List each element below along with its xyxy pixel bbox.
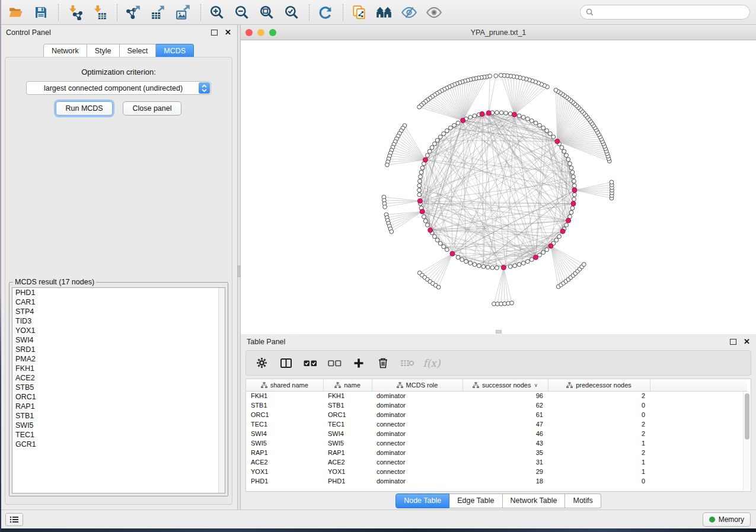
toolbar-separator — [309, 4, 310, 21]
new-network-from-selection-icon[interactable] — [349, 3, 369, 22]
list-item[interactable]: SRD1 — [12, 345, 225, 354]
control-panel: Control Panel ✕ NetworkStyleSelectMCDS O… — [0, 25, 237, 509]
mcds-panel-body: Optimization criterion: largest connecte… — [5, 57, 232, 505]
list-item[interactable]: TEC1 — [12, 430, 225, 440]
table-row[interactable]: SWI4SWI4dominator462 — [246, 429, 747, 438]
attribute-type-icon — [334, 382, 341, 388]
column-header-successor-nodes[interactable]: successor nodes∨ — [462, 379, 548, 391]
list-item[interactable]: RAP1 — [12, 402, 225, 411]
list-item[interactable]: ACE2 — [12, 373, 225, 383]
deselect-all-checkboxes-icon[interactable] — [327, 356, 342, 370]
table-row[interactable]: PHD1PHD1dominator180 — [246, 476, 747, 486]
scrollbar-thumb[interactable] — [745, 393, 749, 440]
control-panel-title: Control Panel — [6, 28, 51, 37]
save-session-icon[interactable] — [31, 3, 51, 22]
tab-edge-table[interactable]: Edge Table — [449, 493, 502, 508]
table-row[interactable]: TEC1TEC1connector472 — [246, 419, 747, 429]
tab-motifs[interactable]: Motifs — [565, 493, 601, 508]
export-network-icon[interactable] — [123, 3, 143, 22]
apply-preferred-layout-icon[interactable] — [315, 3, 336, 22]
application-window: Control Panel ✕ NetworkStyleSelectMCDS O… — [0, 0, 756, 532]
zoom-fit-content-icon[interactable] — [257, 3, 277, 22]
list-item[interactable]: TID3 — [12, 316, 225, 326]
tab-node-table[interactable]: Node Table — [395, 493, 449, 508]
close-panel-icon[interactable]: ✕ — [744, 339, 750, 345]
table-tabbar: Node TableEdge TableNetwork TableMotifs — [395, 493, 601, 508]
main-toolbar — [0, 0, 756, 25]
first-neighbors-icon[interactable] — [374, 3, 394, 22]
hide-selected-icon[interactable] — [399, 3, 419, 22]
selected-option: largest connected component (undirected) — [27, 84, 210, 92]
list-item[interactable]: FKH1 — [12, 364, 225, 373]
zoom-out-icon[interactable] — [232, 3, 252, 22]
status-bar: Memory — [0, 509, 756, 528]
list-item[interactable]: PMA2 — [12, 354, 225, 364]
table-row[interactable]: RAP1RAP1dominator352 — [246, 448, 747, 457]
export-image-icon[interactable] — [173, 3, 193, 22]
optimization-criterion-select[interactable]: largest connected component (undirected) — [26, 81, 211, 95]
close-panel-button[interactable]: Close panel — [123, 101, 181, 116]
table-row[interactable]: SWI5SWI5connector431 — [246, 438, 747, 448]
toolbar-separator — [343, 4, 343, 21]
search-icon — [586, 8, 594, 16]
list-item[interactable]: STB1 — [12, 411, 225, 421]
list-scrollbar[interactable] — [218, 288, 225, 493]
close-panel-icon[interactable]: ✕ — [225, 30, 231, 36]
export-table-icon[interactable] — [148, 3, 168, 22]
open-file-icon[interactable] — [6, 3, 26, 22]
canvas-resize-grip[interactable] — [496, 330, 502, 334]
splitter-grip[interactable] — [238, 265, 240, 277]
network-titlebar: YPA_prune.txt_1 — [241, 25, 756, 40]
memory-button[interactable]: Memory — [703, 512, 751, 527]
list-item[interactable]: YOX1 — [12, 326, 225, 335]
show-all-icon[interactable] — [424, 3, 444, 22]
run-mcds-button[interactable]: Run MCDS — [56, 101, 112, 116]
list-item[interactable]: SWI5 — [12, 421, 225, 430]
table-options-gear-icon[interactable] — [254, 356, 269, 370]
network-graph[interactable] — [241, 40, 756, 334]
toolbar-separator — [117, 4, 117, 21]
select-all-checkboxes-icon[interactable] — [303, 356, 317, 370]
add-column-icon[interactable] — [352, 356, 366, 370]
table-toolbar: f(x) — [245, 350, 751, 376]
tab-network-table[interactable]: Network Table — [503, 493, 566, 508]
column-header-name[interactable]: name — [323, 379, 372, 391]
node-table: shared namenameMCDS rolesuccessor nodes∨… — [245, 379, 751, 492]
table-row[interactable]: STB1STB1dominator620 — [246, 400, 747, 410]
list-item[interactable]: PHD1 — [12, 288, 225, 297]
table-scrollbar[interactable] — [743, 392, 750, 491]
column-header-MCDS-role[interactable]: MCDS role — [372, 379, 462, 391]
list-item[interactable]: GCR1 — [12, 440, 225, 449]
table-row[interactable]: ORC1ORC1dominator610 — [246, 410, 747, 419]
desktop-wallpaper-strip — [0, 528, 756, 532]
list-item[interactable]: STB5 — [12, 383, 225, 392]
table-panel-title: Table Panel — [247, 338, 285, 346]
zoom-in-icon[interactable] — [207, 3, 227, 22]
column-header-predecessor-nodes[interactable]: predecessor nodes — [548, 379, 650, 391]
attribute-type-icon — [566, 382, 573, 388]
function-builder-icon[interactable]: f(x) — [425, 356, 439, 370]
import-table-file-icon[interactable] — [90, 3, 110, 22]
delete-column-icon[interactable] — [376, 356, 390, 370]
column-header-shared-name[interactable]: shared name — [246, 379, 323, 391]
list-item[interactable]: CAR1 — [12, 297, 225, 307]
float-panel-icon[interactable] — [211, 30, 218, 36]
float-panel-icon[interactable] — [730, 339, 736, 345]
zoom-selected-region-icon[interactable] — [282, 3, 302, 22]
search-box[interactable] — [580, 5, 750, 20]
show-columns-icon[interactable] — [279, 356, 293, 370]
network-canvas[interactable] — [241, 40, 756, 334]
import-network-file-icon[interactable] — [65, 3, 85, 22]
table-row[interactable]: FKH1FKH1dominator962 — [246, 391, 747, 400]
network-title: YPA_prune.txt_1 — [241, 28, 756, 37]
search-input[interactable] — [597, 8, 744, 17]
list-item[interactable]: ORC1 — [12, 392, 225, 402]
mcds-result-list[interactable]: PHD1CAR1STP4TID3YOX1SWI4SRD1PMA2FKH1ACE2… — [12, 287, 225, 493]
list-item[interactable]: SWI4 — [12, 335, 225, 345]
list-icon — [9, 516, 19, 523]
show-panels-menu-button[interactable] — [5, 513, 23, 526]
list-item[interactable]: STP4 — [12, 307, 225, 316]
table-row[interactable]: YOX1YOX1connector291 — [246, 467, 747, 476]
table-row[interactable]: ACE2ACE2connector311 — [246, 457, 747, 467]
delete-table-icon[interactable] — [400, 356, 414, 370]
